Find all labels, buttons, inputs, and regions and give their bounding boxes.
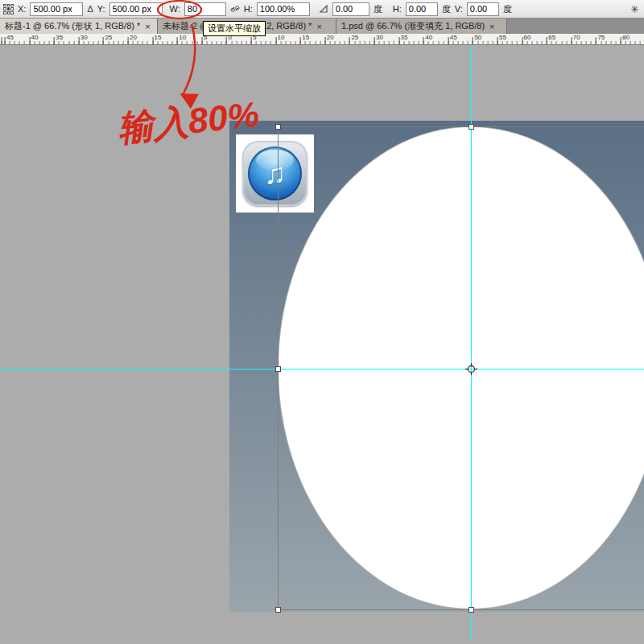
itunes-circle: ♫ bbox=[248, 147, 302, 200]
ref-dot bbox=[3, 7, 6, 10]
ruler-number: 70 bbox=[573, 34, 580, 41]
w-field-tooltip: 设置水平缩放 bbox=[203, 21, 266, 36]
document-tab-3[interactable]: 1.psd @ 66.7% (渐变填充 1, RGB/8)× bbox=[336, 19, 507, 34]
ruler-number: 35 bbox=[56, 34, 63, 41]
ruler-number: 30 bbox=[80, 34, 88, 41]
ref-dot-center bbox=[7, 7, 10, 10]
horizontal-ruler[interactable]: 4540353025201510505101520253035404550556… bbox=[0, 34, 644, 45]
ruler-number: 40 bbox=[425, 34, 432, 41]
ruler-number: 40 bbox=[31, 34, 39, 41]
rotate-angle-input[interactable] bbox=[332, 2, 369, 16]
transform-reference-point[interactable] bbox=[465, 363, 477, 375]
ruler-number: 10 bbox=[278, 34, 285, 41]
transform-handle-bottom-left[interactable] bbox=[275, 607, 281, 613]
x-position-input[interactable] bbox=[30, 2, 83, 16]
transform-options-bar: X: Δ Y: W: H: 度 H: 度 V: 度 ✳ bbox=[0, 0, 644, 19]
transform-handle-bottom-center[interactable] bbox=[469, 607, 474, 613]
ruler-number: 15 bbox=[302, 34, 309, 41]
music-note-icon: ♫ bbox=[264, 159, 286, 188]
ref-dot bbox=[3, 11, 6, 14]
itunes-badge: ♫ bbox=[242, 141, 308, 206]
ruler-number: 20 bbox=[327, 34, 334, 41]
ref-dot bbox=[10, 11, 14, 14]
ruler-number: 15 bbox=[155, 34, 162, 41]
rotate-icon bbox=[319, 4, 328, 14]
ref-dot bbox=[10, 4, 14, 7]
ruler-number: 35 bbox=[401, 34, 408, 41]
ruler-number: 65 bbox=[548, 34, 555, 41]
ruler-number: 80 bbox=[622, 34, 630, 41]
delta-icon[interactable]: Δ bbox=[87, 4, 93, 14]
transform-handle-top-center[interactable] bbox=[469, 124, 474, 130]
width-label: W: bbox=[170, 4, 180, 14]
v-skew-input[interactable] bbox=[467, 2, 499, 16]
ruler-number: 45 bbox=[450, 34, 457, 41]
h-skew-input[interactable] bbox=[406, 2, 438, 16]
tab-close-icon[interactable]: × bbox=[316, 22, 321, 31]
ruler-number: 60 bbox=[524, 34, 531, 41]
ruler-number: 30 bbox=[376, 34, 383, 41]
white-ellipse-shape[interactable] bbox=[278, 126, 644, 609]
ruler-number: 75 bbox=[597, 34, 605, 41]
ruler-number: 20 bbox=[130, 34, 137, 41]
transform-handle-top-left[interactable] bbox=[275, 124, 281, 130]
reference-point-locator[interactable] bbox=[3, 4, 14, 14]
ruler-number: 55 bbox=[499, 34, 506, 41]
horizontal-guide[interactable] bbox=[0, 369, 644, 369]
tab-close-icon[interactable]: × bbox=[489, 22, 494, 31]
ruler-number: 25 bbox=[351, 34, 358, 41]
h-skew-label: H: bbox=[393, 4, 402, 14]
document-tab-bar: 标题-1 @ 66.7% (形状 1, RGB/8) *×未标题-2 @ 66.… bbox=[0, 19, 644, 34]
ruler-number: 50 bbox=[474, 34, 481, 41]
tab-label: 标题-1 @ 66.7% (形状 1, RGB/8) * bbox=[5, 20, 140, 32]
ref-dot bbox=[7, 11, 10, 14]
ref-dot bbox=[7, 4, 10, 7]
v-skew-label: V: bbox=[455, 4, 463, 14]
canvas-pasteboard[interactable]: ♫ bbox=[0, 45, 644, 644]
width-scale-input[interactable] bbox=[184, 2, 226, 16]
y-position-input[interactable] bbox=[109, 2, 163, 16]
ref-dot bbox=[3, 4, 6, 7]
ruler-number: 10 bbox=[179, 34, 186, 41]
y-label: Y: bbox=[97, 4, 105, 14]
ruler-major-ticks bbox=[0, 37, 644, 44]
h-skew-unit: 度 bbox=[442, 3, 451, 15]
transform-box-top-edge[interactable] bbox=[278, 126, 644, 127]
rotate-unit: 度 bbox=[374, 3, 382, 15]
link-dimensions-icon[interactable] bbox=[230, 4, 240, 14]
itunes-icon-layer[interactable]: ♫ bbox=[236, 134, 314, 213]
ruler-number: 25 bbox=[105, 34, 112, 41]
ruler-number: 45 bbox=[6, 34, 14, 41]
height-scale-input[interactable] bbox=[257, 2, 310, 16]
height-label: H: bbox=[244, 4, 253, 14]
transform-handle-middle-left[interactable] bbox=[275, 366, 281, 372]
ref-dot bbox=[10, 7, 14, 10]
v-skew-unit: 度 bbox=[503, 3, 512, 15]
tab-label: 1.psd @ 66.7% (渐变填充 1, RGB/8) bbox=[341, 20, 485, 32]
transform-box-bottom-edge[interactable] bbox=[278, 609, 644, 610]
vertical-guide[interactable] bbox=[471, 45, 472, 641]
warp-mode-icon[interactable]: ✳ bbox=[630, 4, 639, 14]
document-tab-1[interactable]: 标题-1 @ 66.7% (形状 1, RGB/8) *× bbox=[0, 19, 158, 34]
tab-close-icon[interactable]: × bbox=[145, 22, 150, 31]
x-label: X: bbox=[18, 4, 26, 14]
